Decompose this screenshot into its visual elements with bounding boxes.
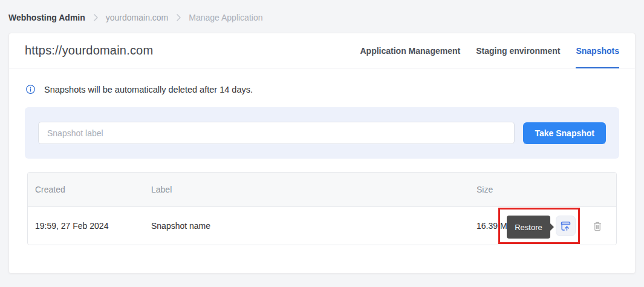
table-header-row: Created Label Size: [28, 173, 616, 207]
application-card: https://yourdomain.com Application Manag…: [8, 33, 636, 274]
snapshot-form-panel: Take Snapshot: [25, 107, 619, 159]
cell-created: 19:59, 27 Feb 2024: [28, 221, 151, 231]
restore-box-arrow-up-icon: [559, 220, 572, 233]
chevron-right-icon: [93, 14, 98, 21]
tab-snapshots[interactable]: Snapshots: [576, 33, 619, 68]
table-row: 19:59, 27 Feb 2024 Snapshot name 16.39 M…: [28, 207, 616, 245]
page-title: https://yourdomain.com: [25, 44, 153, 58]
take-snapshot-button[interactable]: Take Snapshot: [523, 122, 606, 144]
info-message: Snapshots will be automatically deleted …: [44, 85, 253, 94]
info-circle-icon: [25, 84, 36, 95]
row-actions: [556, 216, 616, 236]
delete-snapshot-button[interactable]: [591, 220, 603, 233]
breadcrumb-item-webhosting-admin[interactable]: Webhosting Admin: [8, 13, 85, 22]
tab-application-management[interactable]: Application Management: [360, 33, 461, 68]
tab-bar: Application Management Staging environme…: [360, 33, 620, 68]
page: Webhosting Admin yourdomain.com Manage A…: [0, 0, 644, 274]
column-header-created: Created: [28, 185, 151, 194]
cell-label: Snapshot name: [151, 221, 476, 231]
tab-staging-environment[interactable]: Staging environment: [476, 33, 560, 68]
column-header-size: Size: [476, 185, 556, 194]
restore-tooltip: Restore: [507, 216, 550, 239]
restore-button[interactable]: [556, 216, 576, 236]
column-header-label: Label: [151, 185, 476, 194]
card-header: https://yourdomain.com Application Manag…: [9, 33, 635, 68]
trash-icon: [591, 220, 603, 233]
breadcrumb-item-yourdomain[interactable]: yourdomain.com: [106, 13, 169, 22]
breadcrumb: Webhosting Admin yourdomain.com Manage A…: [0, 0, 644, 33]
snapshots-table: Created Label Size 19:59, 27 Feb 2024 Sn…: [27, 172, 617, 245]
snapshot-label-input[interactable]: [38, 122, 515, 144]
breadcrumb-item-manage-application[interactable]: Manage Application: [189, 13, 262, 22]
chevron-right-icon: [176, 14, 181, 21]
info-banner: Snapshots will be automatically deleted …: [9, 68, 635, 107]
